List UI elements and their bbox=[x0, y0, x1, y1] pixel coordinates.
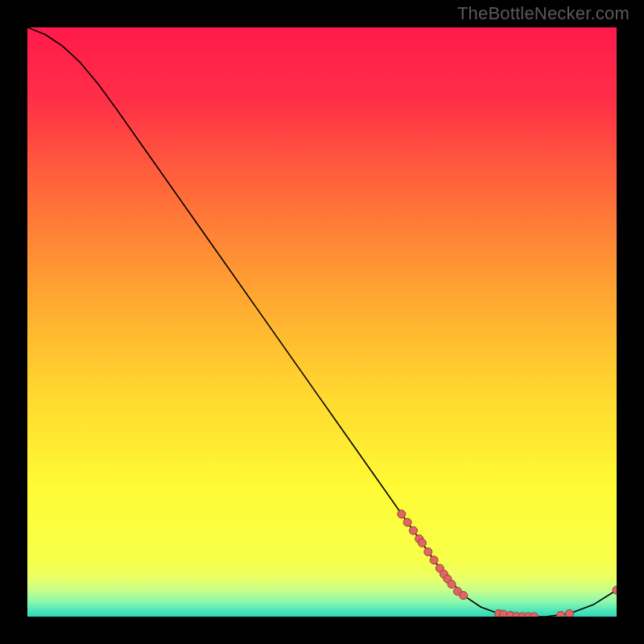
watermark-text: TheBottleNecker.com bbox=[457, 3, 630, 24]
data-marker bbox=[448, 580, 456, 588]
data-marker bbox=[424, 547, 432, 555]
data-marker bbox=[460, 592, 468, 600]
data-marker bbox=[556, 612, 564, 617]
plot-area bbox=[27, 27, 617, 617]
data-marker bbox=[418, 539, 426, 547]
data-marker bbox=[398, 510, 406, 518]
data-marker bbox=[403, 518, 411, 526]
chart-svg bbox=[27, 27, 617, 617]
data-marker bbox=[430, 556, 438, 564]
data-marker bbox=[565, 609, 573, 617]
chart-frame: TheBottleNecker.com bbox=[0, 0, 644, 644]
data-marker bbox=[409, 526, 417, 535]
gradient-background bbox=[27, 27, 617, 617]
